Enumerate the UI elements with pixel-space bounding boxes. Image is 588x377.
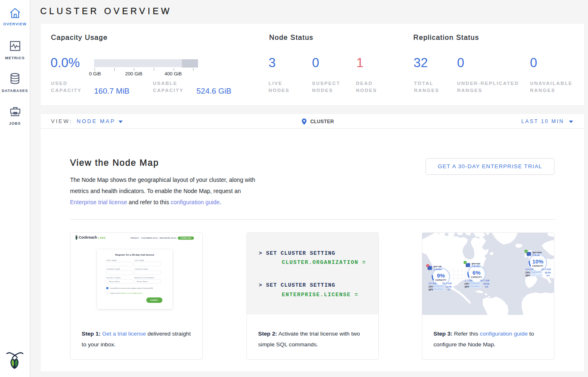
svg-text:4.7: 4.7 (448, 288, 450, 291)
svg-text:CAPACITY: CAPACITY (532, 265, 543, 267)
svg-text:QPS: QPS (465, 285, 469, 288)
svg-text:11.0%: 11.0% (446, 285, 452, 288)
svg-text:42.5%: 42.5% (483, 283, 489, 285)
svg-text:QPS: QPS (428, 288, 433, 291)
svg-text:geo=ams: geo=ams (532, 251, 542, 254)
svg-text:CPU: CPU (525, 271, 530, 274)
svg-text:CAPACITY: CAPACITY (471, 276, 482, 278)
svg-text:geo=sfo: geo=sfo (433, 265, 442, 268)
svg-text:0.0: 0.0 (485, 285, 488, 288)
svg-text:geo=nyc: geo=nyc (472, 262, 480, 265)
svg-text:2 Nodes: 2 Nodes (433, 268, 442, 271)
svg-text:3.2 GiB: 3.2 GiB (428, 282, 436, 285)
svg-text:QPS: QPS (525, 274, 530, 277)
svg-text:CAPACITY: CAPACITY (436, 279, 446, 281)
svg-text:0.4: 0.4 (547, 274, 549, 277)
svg-text:6%: 6% (472, 270, 481, 276)
svg-text:10%: 10% (532, 259, 543, 265)
svg-text:2 Nodes: 2 Nodes (472, 265, 480, 268)
svg-text:9%: 9% (437, 273, 445, 279)
svg-text:CPU: CPU (428, 285, 433, 288)
svg-text:34.4 GiB: 34.4 GiB (542, 268, 551, 271)
svg-text:45.7 GiB: 45.7 GiB (480, 279, 489, 282)
svg-text:35.1 GiB: 35.1 GiB (443, 282, 452, 285)
svg-text:3.7 GiB: 3.7 GiB (465, 279, 472, 282)
svg-text:3.6 GiB: 3.6 GiB (525, 268, 533, 271)
svg-text:1 Node: 1 Node (532, 254, 540, 256)
svg-text:CPU: CPU (465, 283, 469, 285)
svg-text:18.3%: 18.3% (544, 271, 551, 274)
